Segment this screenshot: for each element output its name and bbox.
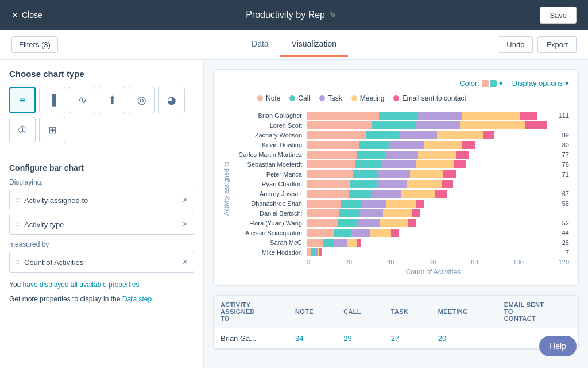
bar-label: Sebastian Moeferdt (232, 161, 307, 168)
save-button[interactable]: Save (540, 7, 577, 24)
chart-type-pie[interactable]: ◕ (158, 87, 185, 113)
close-label: Close (22, 10, 42, 20)
chart-type-donut[interactable]: ◎ (129, 87, 155, 113)
bar-track (307, 151, 559, 159)
bar-segment-meeting (416, 160, 454, 168)
bar-segment-email (443, 170, 456, 178)
col-header-call: CALL (336, 296, 384, 328)
undo-button[interactable]: Undo (498, 36, 533, 53)
tab-data[interactable]: Data (240, 32, 280, 57)
bar-segment-call (366, 131, 400, 139)
bar-track (307, 131, 559, 139)
bar-count: 67 (559, 190, 569, 197)
bar-segment-task (357, 219, 380, 227)
donut-icon: ◎ (137, 94, 146, 106)
legend-meeting: Meeting (351, 94, 385, 102)
chart-type-horizontal-bar[interactable]: ≡ (9, 87, 36, 113)
color-button[interactable]: Color: ▾ (459, 79, 503, 87)
bar-segment-note (307, 219, 338, 227)
legend-task: Task (319, 94, 342, 102)
bar-count: 44 (559, 229, 569, 236)
legend-label-email: Email sent to contact (402, 94, 466, 102)
data-table: ACTIVITYASSIGNEDTO NOTE CALL TASK MEETIN… (213, 295, 579, 350)
vertical-bar-icon: ▐ (49, 94, 56, 106)
bar-segment-email (435, 190, 448, 198)
display-options-label: Display options (512, 79, 563, 87)
toolbar-right: Undo Export (498, 36, 577, 53)
bar-count: 111 (556, 112, 569, 119)
legend-label-task: Task (328, 94, 342, 102)
drag-handle-icon: ⠿ (16, 197, 20, 204)
chart-type-line[interactable]: ∿ (69, 87, 95, 113)
edit-icon[interactable]: ✎ (330, 10, 336, 20)
col-header-note: NOTE (288, 296, 336, 328)
color-swatch-2 (490, 80, 497, 87)
cell-value: 20 (431, 328, 497, 349)
legend-dot-note (257, 95, 263, 101)
bar-row: Alessio Sciacquatori44 (232, 229, 569, 237)
header: ✕ Close Productivity by Rep ✎ Save (0, 0, 588, 30)
display-tag-count: ⠿ Count of Activities × (9, 252, 194, 273)
bar-segment-note (307, 121, 372, 129)
filters-button[interactable]: Filters (3) (11, 36, 58, 53)
bar-label: Dhanashree Shah (232, 200, 307, 207)
measured-by-label: measured by (9, 240, 194, 248)
bar-row: Loren Scott (232, 121, 569, 129)
bar-segment-note (307, 180, 350, 188)
bar-segment-meeting (418, 151, 456, 159)
bar-segment-meeting (410, 170, 444, 178)
bar-segment-task (385, 151, 419, 159)
bar-segment-call (323, 239, 334, 247)
chart-area: Color: ▾ Display options ▾ Note (213, 69, 579, 286)
bar-track (307, 170, 559, 178)
bar-count: 80 (559, 141, 569, 148)
y-axis-label: Activity assigned to (223, 112, 230, 266)
bar-row: Kevin Dowling80 (232, 141, 569, 149)
legend-dot-call (289, 95, 295, 101)
bar-segment-note (307, 248, 311, 256)
export-button[interactable]: Export (537, 36, 577, 53)
help-button[interactable]: Help (539, 336, 577, 356)
page-title: Productivity by Rep (246, 10, 325, 20)
bar-label: Peter Manca (232, 171, 307, 178)
close-button[interactable]: ✕ Close (11, 10, 42, 20)
bar-segment-email (462, 141, 475, 149)
main: Choose chart type ≡ ▐ ∿ ⬆ ◎ ◕ ① (0, 60, 588, 368)
remove-activity-type-button[interactable]: × (183, 219, 188, 229)
bar-segment-call (350, 180, 377, 188)
chart-type-area[interactable]: ⬆ (99, 87, 125, 113)
x-axis-tick: 80 (471, 259, 478, 266)
display-options-button[interactable]: Display options ▾ (512, 79, 569, 87)
bar-segment-meeting (370, 229, 391, 237)
display-tag-activity-assigned: ⠿ Activity assigned to × (9, 190, 194, 210)
data-step-link[interactable]: Data step. (122, 295, 154, 303)
bar-count: 76 (559, 161, 569, 168)
remove-count-button[interactable]: × (183, 257, 188, 267)
chart-type-vertical-bar[interactable]: ▐ (39, 87, 65, 113)
bar-segment-note (307, 170, 353, 178)
bar-segment-task (377, 180, 407, 188)
bar-segment-email (525, 121, 547, 129)
cell-value: 34 (288, 328, 336, 349)
chart-type-single-number[interactable]: ① (9, 117, 36, 143)
chart-types: ≡ ▐ ∿ ⬆ ◎ ◕ ① ⊞ (9, 87, 194, 143)
chart-type-title: Choose chart type (9, 69, 194, 79)
bar-segment-note (307, 141, 359, 149)
bar-count: 56 (559, 200, 569, 207)
bar-row: Carlos Martin Martinez77 (232, 151, 569, 159)
bar-count: 52 (559, 220, 569, 227)
grid-icon: ⊞ (48, 124, 57, 136)
bar-row: Peter Manca71 (232, 170, 569, 178)
legend-dot-email (393, 95, 399, 101)
bar-segment-task (382, 160, 416, 168)
bar-segment-call (359, 141, 389, 149)
tab-visualization[interactable]: Visualization (280, 32, 348, 57)
chart-type-grid[interactable]: ⊞ (39, 117, 65, 143)
close-icon: ✕ (11, 10, 18, 20)
available-props-link[interactable]: have displayed all available properties (23, 281, 140, 289)
col-header-meeting: MEETING (431, 296, 497, 328)
remove-activity-assigned-button[interactable]: × (183, 195, 188, 205)
x-axis-tick: 20 (345, 259, 352, 266)
chevron-down-icon: ▾ (499, 79, 503, 87)
bar-track (307, 229, 559, 237)
